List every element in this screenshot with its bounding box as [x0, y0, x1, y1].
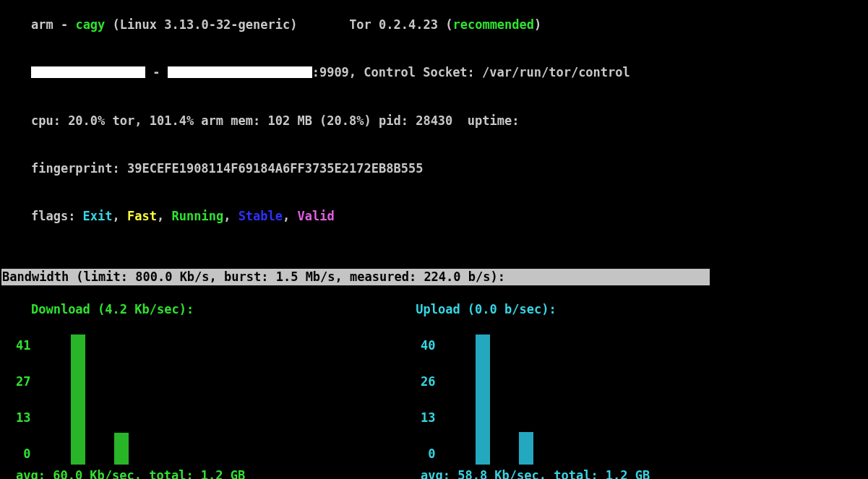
dash: - — [53, 17, 76, 32]
flags-line: flags: Exit, Fast, Running, Stable, Vali… — [1, 192, 867, 240]
ul-bars — [476, 335, 765, 465]
dl-bar-1 — [71, 335, 85, 465]
bandwidth-charts: 41 27 13 0 avg: 60.0 Kb/sec, total: 1.2 … — [1, 335, 867, 479]
ul-ytick-2: 13 — [421, 410, 435, 426]
recommended: recommended — [452, 17, 534, 32]
sep2: , — [157, 209, 171, 223]
dl-footer: avg: 60.0 Kb/sec, total: 1.2 GB — [16, 467, 245, 479]
dl-ytick-1: 27 — [16, 374, 30, 389]
fp-value: 39ECEFE1908114F69184A6FF3735E2172EB8B555 — [127, 161, 423, 176]
dl-bars — [71, 335, 360, 465]
download-chart: 41 27 13 0 avg: 60.0 Kb/sec, total: 1.2 … — [1, 335, 406, 479]
ul-label-c: ): — [541, 302, 556, 316]
rec-close: ) — [534, 17, 541, 32]
stats-line: cpu: 20.0% tor, 101.4% arm mem: 102 MB (… — [1, 97, 867, 144]
ul-ytick-1: 26 — [421, 374, 435, 389]
tor-version: 0.2.4.23 — [379, 17, 445, 32]
os-open: ( — [105, 17, 119, 32]
fp-label: fingerprint: — [31, 161, 127, 176]
spacer-1 — [1, 240, 867, 269]
terminal-window: arm - cagy (Linux 3.13.0-32-generic) Tor… — [0, 0, 868, 479]
dl-ytick-2: 13 — [16, 410, 30, 426]
dl-ytick-0: 41 — [16, 337, 30, 353]
flags-label: flags: — [31, 209, 83, 223]
rec-open: ( — [445, 17, 452, 32]
ul-ytick-3: 0 — [421, 446, 435, 462]
os-string: Linux 3.13.0-32-generic — [120, 17, 290, 32]
connection-line: - :9909, Control Socket: /var/run/tor/co… — [1, 48, 867, 96]
header-line: arm - cagy (Linux 3.13.0-32-generic) Tor… — [1, 1, 867, 48]
ul-footer: avg: 58.8 Kb/sec, total: 1.2 GB — [421, 467, 650, 479]
label-gap — [194, 302, 416, 316]
dl-label-a: Download ( — [31, 302, 105, 316]
fingerprint-line: fingerprint: 39ECEFE1908114F69184A6FF373… — [1, 144, 867, 192]
flag-exit: Exit — [83, 209, 113, 223]
ul-bar-1 — [476, 335, 490, 465]
sep3: , — [223, 209, 238, 223]
conn-tail: :9909, Control Socket: /var/run/tor/cont… — [312, 65, 630, 79]
app-name: arm — [31, 17, 53, 32]
ul-label-b: 0.0 b/sec — [475, 302, 541, 316]
dl-label-c: ): — [179, 302, 194, 316]
flag-stable: Stable — [239, 209, 283, 223]
dl-bar-2 — [114, 433, 129, 465]
ul-bar-2 — [519, 432, 533, 465]
flag-fast: Fast — [127, 209, 157, 223]
os-close: ) — [290, 17, 349, 32]
flag-valid: Valid — [298, 209, 335, 223]
flag-running: Running — [171, 209, 223, 223]
hostname: cagy — [75, 17, 105, 32]
tor-label: Tor — [349, 17, 379, 32]
conn-mid: - — [145, 65, 168, 79]
dl-ytick-3: 0 — [16, 446, 30, 462]
stats-text: cpu: 20.0% tor, 101.4% arm mem: 102 MB (… — [31, 113, 520, 128]
dl-label-b: 4.2 Kb/sec — [105, 302, 179, 316]
upload-chart: 40 26 13 0 avg: 58.8 Kb/sec, total: 1.2 … — [406, 335, 811, 479]
redaction-1 — [31, 66, 145, 78]
ul-ytick-0: 40 — [421, 337, 435, 353]
sep1: , — [113, 209, 127, 223]
sep4: , — [283, 209, 297, 223]
ul-label-a: Upload ( — [416, 302, 475, 316]
redaction-2 — [168, 66, 312, 78]
bandwidth-header: Bandwidth (limit: 800.0 Kb/s, burst: 1.5… — [1, 269, 710, 285]
bw-labels-line: Download (4.2 Kb/sec): Upload (0.0 b/sec… — [1, 285, 867, 333]
